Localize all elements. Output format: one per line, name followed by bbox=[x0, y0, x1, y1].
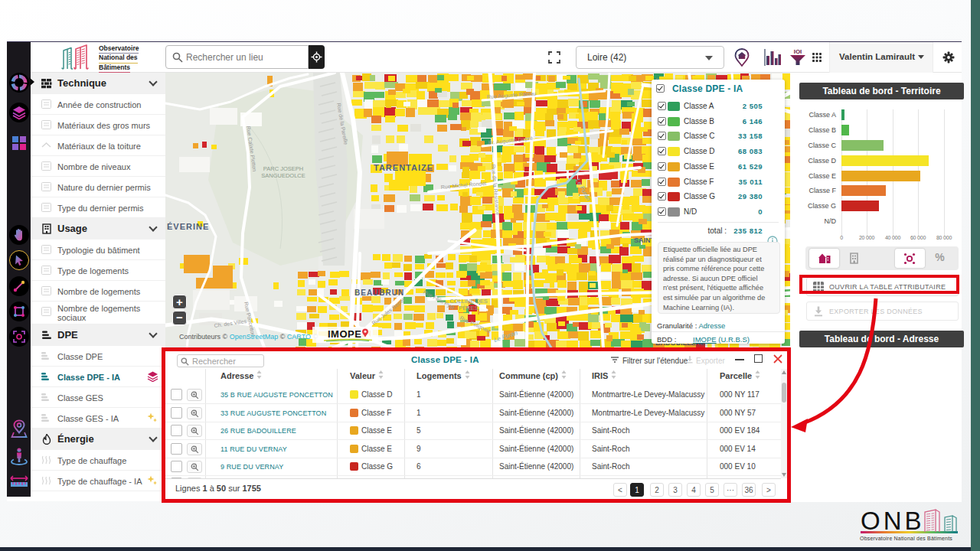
svg-text:ÉVERINE: ÉVERINE bbox=[167, 222, 209, 231]
svg-text:IOI: IOI bbox=[794, 48, 802, 55]
svg-text:PARC JOSEPH: PARC JOSEPH bbox=[263, 165, 303, 172]
svg-text:COLLINE DES: COLLINE DES bbox=[449, 298, 488, 305]
svg-text:TARENTAIZE: TARENTAIZE bbox=[374, 163, 433, 172]
svg-text:PÈRES: PÈRES bbox=[459, 305, 478, 311]
svg-text:BEAUBRUN: BEAUBRUN bbox=[354, 289, 404, 297]
svg-text:SANGUEDOLCE: SANGUEDOLCE bbox=[261, 172, 305, 179]
